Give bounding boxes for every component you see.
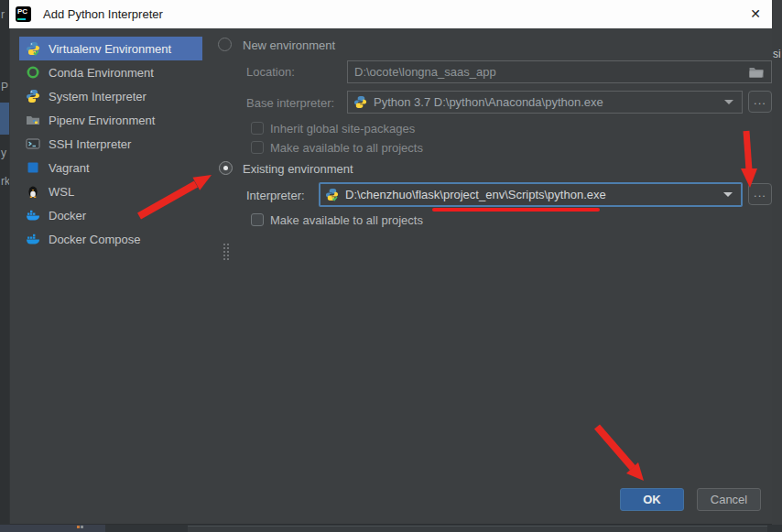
cancel-button[interactable]: Cancel [697, 488, 761, 511]
existing-environment-label: Existing environment [243, 162, 353, 176]
sidebar-item-label: Pipenv Environment [49, 114, 155, 127]
sidebar-item-conda[interactable]: Conda Environment [19, 60, 202, 84]
make-available-bottom-checkbox[interactable] [251, 213, 264, 226]
ide-background-left-strip: r P y rk [0, 0, 9, 532]
sidebar-item-label: Virtualenv Environment [49, 42, 171, 56]
sidebar-item-label: WSL [49, 185, 74, 199]
sidebar-item-system-interpreter[interactable]: System Interpreter [19, 84, 202, 108]
ok-button[interactable]: OK [620, 488, 684, 511]
sidebar-item-pipenv[interactable]: Pipenv Environment [19, 108, 202, 132]
location-input[interactable]: D:\ocote\longna_saas_app [347, 60, 772, 83]
ide-background-bottom-strip [0, 525, 782, 532]
docker-icon [26, 208, 40, 223]
pycharm-icon-text: PC [17, 7, 27, 16]
existing-environment-radio[interactable] [219, 161, 233, 175]
sidebar-item-label: Vagrant [49, 161, 90, 175]
vagrant-icon [26, 160, 40, 175]
sidebar-item-label: SSH Interpreter [49, 137, 131, 151]
base-interpreter-label: Base interpreter: [246, 96, 334, 110]
sidebar-item-docker-compose[interactable]: Docker Compose [19, 227, 202, 251]
sidebar-item-label: System Interpreter [49, 90, 147, 103]
dialog-titlebar: PC Add Python Interpreter ✕ [9, 0, 772, 28]
interpreter-label: Interpreter: [246, 189, 305, 202]
new-environment-radio[interactable] [218, 38, 232, 51]
sidebar-item-wsl[interactable]: WSL [19, 179, 202, 203]
base-interpreter-value: Python 3.7 D:\python\Anaconda\python.exe [367, 95, 603, 109]
inherit-site-packages-checkbox[interactable] [251, 122, 264, 135]
sidebar-item-label: Docker [49, 209, 86, 223]
splitter-grip[interactable] [223, 244, 229, 266]
python-venv-icon [26, 41, 40, 56]
bg-selected-row-fragment [0, 103, 9, 135]
sidebar-item-label: Docker Compose [49, 233, 140, 246]
sidebar-item-label: Conda Environment [49, 66, 154, 80]
ssh-terminal-icon [26, 136, 40, 151]
interpreter-browse-button[interactable]: ... [748, 183, 772, 205]
ide-background-right-strip: si [772, 0, 782, 532]
sidebar-item-virtualenv[interactable]: Virtualenv Environment [19, 37, 202, 60]
pycharm-app-icon: PC [16, 6, 31, 22]
dialog-title: Add Python Interpreter [43, 7, 163, 21]
interpreter-value: D:\chenzhuo\flask\project_env\Scripts\py… [339, 188, 606, 201]
new-environment-label: New environment [243, 38, 335, 52]
wsl-penguin-icon [26, 184, 40, 199]
chevron-down-icon[interactable] [723, 192, 733, 197]
bg-mini-icon [77, 526, 80, 528]
base-interpreter-browse-button[interactable]: ... [748, 91, 772, 113]
close-icon[interactable]: ✕ [745, 5, 766, 24]
pycharm-icon-accent [17, 18, 26, 20]
interpreter-combobox[interactable]: D:\chenzhuo\flask\project_env\Scripts\py… [319, 182, 743, 207]
bg-bottom-segment [0, 525, 105, 532]
python-icon [26, 89, 40, 103]
make-available-top-checkbox[interactable] [251, 141, 264, 154]
make-available-bottom-label: Make available to all projects [270, 213, 423, 227]
location-label: Location: [246, 65, 295, 79]
conda-icon [26, 65, 40, 80]
sidebar-item-vagrant[interactable]: Vagrant [19, 156, 202, 179]
location-value: D:\ocote\longna_saas_app [348, 65, 496, 79]
bg-bottom-toolbar [188, 526, 767, 532]
bg-text-fragment: si [773, 48, 781, 60]
bg-mini-icon [81, 526, 83, 528]
bg-text-fragment: rk [1, 175, 9, 188]
make-available-top-label: Make available to all projects [270, 141, 423, 155]
pipenv-icon [26, 113, 40, 127]
sidebar-item-docker[interactable]: Docker [19, 203, 202, 227]
python-venv-icon [325, 188, 339, 201]
python-icon [353, 95, 367, 109]
add-python-interpreter-dialog: Virtualenv Environment Conda Environment… [9, 28, 772, 525]
bg-text-fragment: y [1, 147, 6, 159]
inherit-site-packages-label: Inherit global site-packages [270, 122, 415, 136]
sidebar-item-ssh[interactable]: SSH Interpreter [19, 132, 202, 156]
chevron-down-icon[interactable] [724, 100, 733, 104]
bg-text-fragment: P [1, 81, 8, 93]
bg-text-fragment: r [1, 8, 5, 21]
folder-icon[interactable] [748, 65, 765, 79]
docker-compose-icon [26, 232, 40, 246]
base-interpreter-combobox[interactable]: Python 3.7 D:\python\Anaconda\python.exe [347, 91, 743, 114]
